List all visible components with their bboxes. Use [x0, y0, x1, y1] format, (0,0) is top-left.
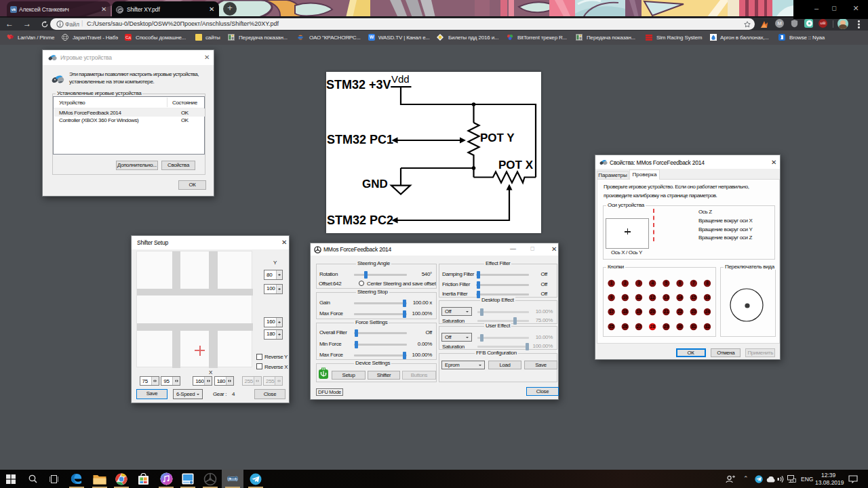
svg-text:STM32 PC2: STM32 PC2 — [327, 214, 393, 227]
svg-text:STM32 +3V: STM32 +3V — [326, 78, 391, 92]
svg-text:15: 15 — [691, 295, 696, 300]
svg-text:STM32 PC1: STM32 PC1 — [327, 133, 393, 146]
svg-text:18: 18 — [623, 309, 628, 314]
svg-text:21: 21 — [664, 309, 669, 314]
svg-text:2: 2 — [624, 281, 627, 285]
svg-text:1: 1 — [610, 281, 613, 285]
svg-text:9: 9 — [610, 295, 613, 300]
svg-text:GND: GND — [362, 178, 388, 190]
svg-text:32: 32 — [705, 324, 710, 329]
svg-text:31: 31 — [691, 324, 696, 329]
svg-text:24: 24 — [705, 309, 710, 314]
svg-text:19: 19 — [636, 309, 642, 314]
svg-text:7: 7 — [692, 281, 695, 285]
svg-text:17: 17 — [609, 309, 614, 314]
svg-text:12: 12 — [650, 295, 656, 300]
svg-text:14: 14 — [677, 295, 683, 300]
svg-text:16: 16 — [705, 295, 710, 300]
svg-text:10: 10 — [623, 295, 628, 300]
svg-text:6: 6 — [679, 281, 682, 285]
svg-text:26: 26 — [623, 324, 628, 329]
svg-text:8: 8 — [706, 281, 709, 285]
svg-text:22: 22 — [677, 309, 683, 314]
svg-text:28: 28 — [650, 324, 656, 329]
svg-text:23: 23 — [691, 309, 696, 314]
svg-text:Vdd: Vdd — [391, 73, 410, 85]
svg-text:27: 27 — [636, 324, 642, 329]
svg-text:POT X: POT X — [498, 159, 534, 171]
svg-text:4: 4 — [651, 281, 654, 285]
svg-text:13: 13 — [664, 295, 669, 300]
svg-text:POT Y: POT Y — [480, 131, 515, 144]
svg-text:20: 20 — [650, 309, 656, 314]
svg-text:25: 25 — [609, 324, 614, 329]
svg-text:30: 30 — [677, 324, 683, 329]
svg-text:11: 11 — [637, 295, 642, 300]
svg-text:29: 29 — [664, 324, 669, 329]
svg-text:5: 5 — [665, 281, 668, 285]
svg-text:3: 3 — [637, 281, 640, 285]
